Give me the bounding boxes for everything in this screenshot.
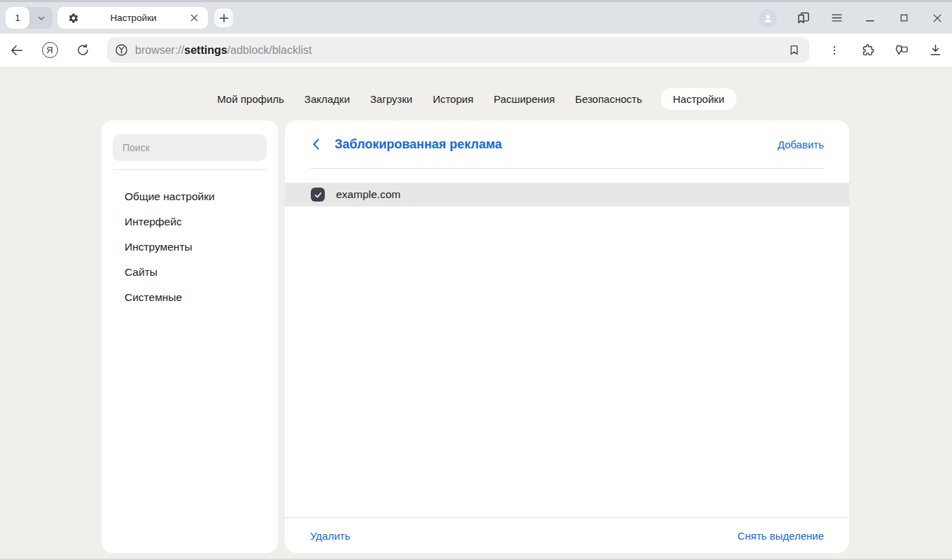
minimize-icon[interactable] — [862, 10, 878, 26]
window-controls — [759, 2, 945, 34]
domain-label: example.com — [336, 188, 400, 201]
profile-avatar[interactable] — [759, 9, 777, 27]
maximize-icon[interactable] — [896, 10, 911, 26]
checkbox-checked[interactable] — [311, 188, 325, 202]
sidebar-item-system[interactable]: Системные — [102, 285, 278, 310]
content-header: Заблокированная реклама Добавить — [310, 120, 824, 169]
blocked-ads-panel: Заблокированная реклама Добавить example… — [285, 120, 849, 553]
nav-downloads[interactable]: Загрузки — [369, 88, 414, 110]
search-input[interactable] — [113, 134, 267, 161]
tab-settings[interactable]: Настройки — [57, 7, 208, 29]
address-bar[interactable]: browser://settings/adblock/blacklist — [107, 37, 809, 63]
reload-icon[interactable] — [74, 42, 91, 59]
back-icon[interactable] — [8, 42, 25, 59]
new-tab-button[interactable] — [214, 8, 233, 27]
sidebar-item-tools[interactable]: Инструменты — [102, 234, 278, 260]
browser-toolbar: Я browser://settings/adblock/blacklist — [0, 34, 952, 66]
url-text: browser://settings/adblock/blacklist — [135, 44, 788, 57]
blacklist: example.com — [285, 183, 849, 206]
tab-title: Настройки — [79, 13, 188, 23]
page-title: Заблокированная реклама — [335, 137, 502, 152]
extensions-icon[interactable] — [860, 42, 876, 59]
bookmark-page-icon[interactable] — [788, 43, 801, 57]
sidebar-items: Общие настройки Интерфейс Инструменты Са… — [102, 184, 278, 310]
nav-my-profile[interactable]: Мой профиль — [216, 88, 286, 110]
list-item[interactable]: example.com — [285, 183, 849, 206]
settings-page: Мой профиль Закладки Загрузки История Ра… — [0, 66, 952, 560]
deselect-button[interactable]: Снять выделение — [737, 530, 824, 542]
gear-icon — [68, 13, 79, 24]
nav-security[interactable]: Безопасность — [574, 88, 644, 110]
settings-sidebar: Общие настройки Интерфейс Инструменты Са… — [102, 120, 278, 553]
bookmarks-panel-icon[interactable] — [795, 10, 811, 26]
close-tab-icon[interactable] — [188, 12, 200, 24]
protect-icon — [114, 43, 129, 57]
nav-settings[interactable]: Настройки — [661, 88, 736, 110]
sidebar-divider — [113, 169, 267, 170]
downloads-icon[interactable] — [927, 42, 944, 59]
back-chevron-icon[interactable] — [310, 137, 321, 151]
sidebar-item-sites[interactable]: Сайты — [102, 260, 278, 285]
tab-group-count: 1 — [6, 7, 29, 29]
close-window-icon[interactable] — [930, 10, 945, 26]
collections-icon[interactable] — [893, 42, 910, 59]
sidebar-item-general[interactable]: Общие настройки — [102, 184, 278, 209]
menu-icon[interactable] — [829, 10, 844, 26]
delete-button[interactable]: Удалить — [310, 530, 350, 542]
nav-bookmarks[interactable]: Закладки — [303, 88, 351, 110]
selection-footer: Удалить Снять выделение — [285, 517, 849, 553]
chevron-down-icon[interactable] — [29, 14, 52, 22]
more-options-icon[interactable] — [826, 42, 843, 59]
yandex-home-icon[interactable]: Я — [41, 42, 58, 59]
settings-nav: Мой профиль Закладки Загрузки История Ра… — [0, 88, 952, 110]
tab-group-button[interactable]: 1 — [6, 7, 52, 29]
add-button[interactable]: Добавить — [778, 139, 824, 150]
sidebar-item-interface[interactable]: Интерфейс — [102, 209, 278, 234]
nav-extensions[interactable]: Расширения — [492, 88, 556, 110]
yandex-logo: Я — [42, 42, 58, 58]
nav-history[interactable]: История — [431, 88, 475, 110]
tab-strip: 1 Настройки — [0, 0, 952, 34]
